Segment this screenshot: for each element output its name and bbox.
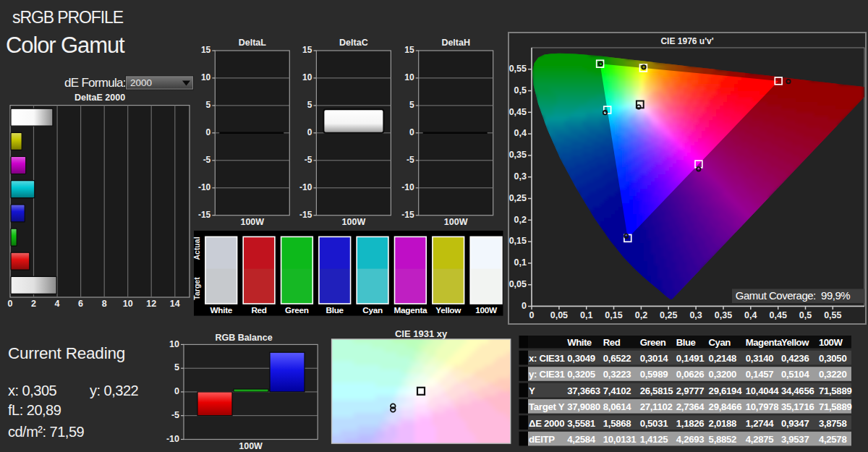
svg-text:1,4125: 1,4125 [640, 434, 668, 445]
svg-text:Red: Red [251, 305, 266, 315]
svg-text:2,7364: 2,7364 [676, 401, 705, 412]
svg-text:10: 10 [302, 72, 312, 82]
svg-text:4,2578: 4,2578 [819, 434, 847, 445]
svg-text:x: 0,305: x: 0,305 [8, 383, 57, 398]
svg-text:71,5889: 71,5889 [819, 385, 852, 396]
svg-text:4: 4 [55, 299, 60, 309]
svg-text:6: 6 [78, 299, 83, 309]
svg-text:y: 0,322: y: 0,322 [90, 383, 139, 398]
svg-text:1,1826: 1,1826 [676, 418, 705, 429]
svg-text:0: 0 [409, 127, 414, 137]
svg-text:0,5104: 0,5104 [781, 369, 810, 380]
svg-text:DeltaC: DeltaC [339, 38, 368, 48]
svg-text:DeltaE 2000: DeltaE 2000 [75, 93, 125, 103]
svg-text:DeltaL: DeltaL [239, 38, 267, 48]
svg-text:15: 15 [201, 45, 211, 55]
svg-text:37,3663: 37,3663 [567, 385, 600, 396]
svg-text:10,4044: 10,4044 [746, 385, 780, 396]
svg-text:5: 5 [409, 100, 414, 110]
svg-text:0,3: 0,3 [514, 171, 527, 182]
svg-text:-15: -15 [299, 210, 312, 220]
svg-text:0,05: 0,05 [509, 279, 527, 289]
svg-text:0,4: 0,4 [514, 128, 527, 138]
svg-text:71,5889: 71,5889 [819, 401, 852, 412]
svg-text:0,3205: 0,3205 [567, 369, 595, 380]
svg-text:1,2744: 1,2744 [746, 418, 775, 429]
svg-text:fL: 20,89: fL: 20,89 [8, 402, 61, 418]
svg-text:37,9080: 37,9080 [567, 401, 600, 412]
svg-text:0: 0 [8, 299, 13, 309]
svg-text:29,6194: 29,6194 [709, 385, 743, 396]
svg-text:0: 0 [529, 310, 535, 320]
svg-text:0,6522: 0,6522 [603, 353, 631, 364]
svg-text:27,1102: 27,1102 [640, 401, 673, 412]
svg-text:0,1491: 0,1491 [676, 353, 705, 364]
svg-text:0,5: 0,5 [799, 310, 812, 320]
svg-text:Magenta: Magenta [394, 305, 427, 315]
svg-text:x: CIE31: x: CIE31 [529, 353, 565, 364]
svg-text:White: White [567, 337, 592, 348]
svg-text:15: 15 [302, 45, 312, 55]
svg-text:0,5989: 0,5989 [640, 369, 668, 380]
svg-text:12: 12 [146, 299, 156, 309]
svg-text:0,3014: 0,3014 [640, 353, 669, 364]
svg-text:10: 10 [201, 72, 211, 82]
svg-text:0,25: 0,25 [509, 193, 527, 203]
svg-text:CIE 1931 xy: CIE 1931 xy [395, 328, 448, 339]
svg-text:100W: 100W [475, 305, 498, 315]
svg-text:5: 5 [174, 362, 179, 372]
svg-text:0,2: 0,2 [514, 215, 527, 225]
svg-text:-15: -15 [198, 210, 211, 220]
svg-text:2,0188: 2,0188 [709, 418, 737, 429]
svg-text:0,45: 0,45 [509, 107, 527, 117]
svg-text:CIE 1976 u'v': CIE 1976 u'v' [660, 36, 713, 46]
svg-text:0,15: 0,15 [605, 310, 622, 320]
svg-text:14: 14 [170, 299, 180, 309]
svg-text:5: 5 [206, 100, 211, 110]
svg-text:100W: 100W [239, 441, 263, 451]
svg-text:7,4102: 7,4102 [603, 385, 631, 396]
svg-text:2,9777: 2,9777 [676, 385, 705, 396]
svg-text:Target Y: Target Y [529, 401, 565, 412]
svg-text:0,2148: 0,2148 [709, 353, 737, 364]
svg-text:Red: Red [603, 337, 621, 348]
svg-text:0: 0 [174, 386, 179, 396]
svg-text:-5: -5 [171, 410, 179, 420]
svg-text:3,5581: 3,5581 [567, 418, 595, 429]
svg-text:2000: 2000 [130, 77, 152, 88]
svg-text:100W: 100W [240, 217, 264, 227]
svg-text:4,2584: 4,2584 [567, 434, 596, 445]
svg-text:0,3049: 0,3049 [567, 353, 595, 364]
svg-text:Cyan: Cyan [709, 337, 731, 348]
svg-text:0: 0 [206, 127, 211, 137]
svg-text:0,2: 0,2 [635, 310, 647, 320]
svg-text:Actual: Actual [192, 236, 201, 260]
svg-text:dEITP: dEITP [529, 434, 555, 445]
svg-text:RGB Balance: RGB Balance [215, 333, 272, 343]
svg-text:15: 15 [404, 45, 414, 55]
svg-text:5,8852: 5,8852 [709, 434, 737, 445]
svg-text:y: CIE31: y: CIE31 [529, 369, 565, 380]
svg-text:0,5031: 0,5031 [640, 418, 668, 429]
svg-text:Current Reading: Current Reading [8, 344, 125, 362]
svg-text:10: 10 [169, 339, 179, 349]
svg-text:0,55: 0,55 [509, 64, 527, 74]
svg-text:Yellow: Yellow [435, 305, 461, 315]
svg-text:0,9347: 0,9347 [781, 418, 809, 429]
svg-text:Blue: Blue [676, 337, 696, 348]
svg-text:0,3140: 0,3140 [746, 353, 774, 364]
svg-text:35,1716: 35,1716 [781, 401, 814, 412]
svg-text:-10: -10 [166, 434, 179, 444]
svg-text:Magenta: Magenta [746, 337, 783, 348]
svg-text:ΔE 2000: ΔE 2000 [529, 418, 564, 429]
svg-text:cd/m²: 71,59: cd/m²: 71,59 [8, 424, 85, 440]
svg-text:3,8758: 3,8758 [819, 418, 847, 429]
svg-text:-5: -5 [203, 155, 211, 165]
svg-text:0,55: 0,55 [824, 310, 841, 320]
svg-text:100W: 100W [819, 337, 843, 348]
svg-text:100W: 100W [444, 217, 468, 227]
svg-text:5: 5 [307, 100, 312, 110]
svg-text:0,3200: 0,3200 [709, 369, 737, 380]
svg-text:-10: -10 [198, 182, 211, 192]
svg-text:2: 2 [31, 299, 36, 309]
